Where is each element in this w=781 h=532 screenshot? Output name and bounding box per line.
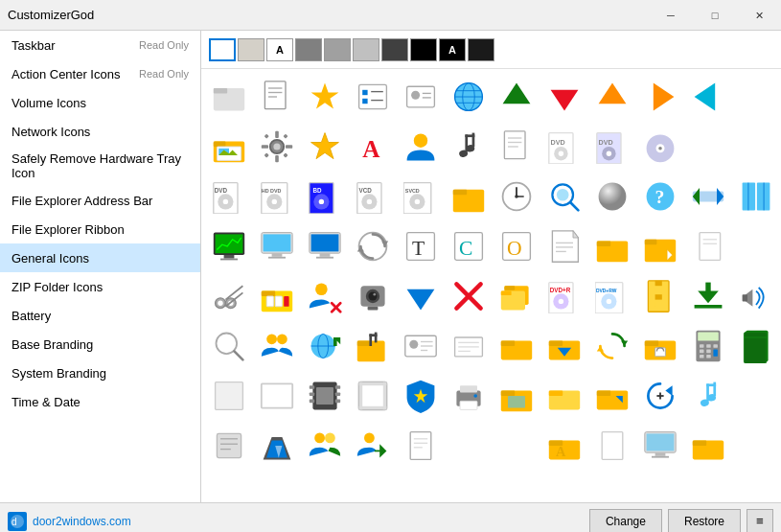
menu-button[interactable]: ≡	[747, 509, 773, 533]
color-swatch-black[interactable]	[410, 38, 437, 61]
icon-cell[interactable]: ?	[636, 173, 684, 220]
maximize-button[interactable]: □	[693, 0, 737, 31]
icon-cell[interactable]	[493, 272, 540, 320]
icon-cell[interactable]	[445, 372, 493, 420]
icon-cell[interactable]	[493, 372, 540, 420]
icon-cell[interactable]	[636, 322, 684, 370]
icon-cell[interactable]	[684, 222, 732, 270]
icon-cell[interactable]	[349, 422, 397, 470]
icon-cell[interactable]	[301, 123, 349, 171]
restore-button[interactable]: Restore	[668, 509, 741, 533]
icon-cell[interactable]	[636, 272, 684, 320]
icon-cell[interactable]	[397, 272, 445, 320]
icon-cell[interactable]: O	[493, 222, 540, 270]
color-swatch-text-a[interactable]: A	[266, 38, 293, 61]
sidebar-item-network-icons[interactable]: Network Icons	[0, 117, 200, 146]
sidebar-item-volume-icons[interactable]: Volume Icons	[0, 88, 200, 117]
change-button[interactable]: Change	[589, 509, 662, 533]
icon-cell[interactable]	[493, 73, 540, 121]
icon-cell[interactable]	[349, 372, 397, 420]
sidebar-item-file-explorer-address[interactable]: File Explorer Address Bar	[0, 186, 200, 215]
sidebar-item-taskbar[interactable]: TaskbarRead Only	[0, 31, 200, 59]
icon-cell[interactable]	[253, 222, 301, 270]
minimize-button[interactable]: ─	[649, 0, 693, 31]
icon-cell[interactable]	[301, 73, 349, 121]
icon-cell[interactable]	[684, 272, 732, 320]
icon-cell[interactable]	[301, 372, 349, 420]
sidebar-item-system-branding[interactable]: System Branding	[0, 359, 200, 387]
icon-cell[interactable]	[253, 372, 301, 420]
icon-cell[interactable]	[684, 73, 732, 121]
icon-grid[interactable]: A DVD DVD	[201, 69, 781, 502]
icon-cell[interactable]: DVD	[540, 123, 588, 171]
sidebar-item-action-center-icons[interactable]: Action Center IconsRead Only	[0, 59, 200, 88]
icon-cell[interactable]	[732, 322, 780, 370]
color-swatch-dark-gray[interactable]	[381, 38, 408, 61]
icon-cell[interactable]	[397, 123, 445, 171]
icon-cell[interactable]: DVD	[205, 173, 253, 220]
sidebar-item-zip-folder-icons[interactable]: ZIP Folder Icons	[0, 272, 200, 301]
icon-cell[interactable]	[588, 173, 636, 220]
icon-cell[interactable]	[636, 372, 684, 420]
icon-cell[interactable]: A	[349, 123, 397, 171]
icon-cell[interactable]	[636, 422, 684, 470]
icon-cell[interactable]	[301, 322, 349, 370]
icon-cell[interactable]	[684, 322, 732, 370]
icon-cell[interactable]	[636, 222, 684, 270]
icon-cell[interactable]: T	[397, 222, 445, 270]
icon-cell[interactable]	[397, 372, 445, 420]
sidebar-item-file-explorer-ribbon[interactable]: File Explorer Ribbon	[0, 215, 200, 243]
icon-cell[interactable]	[588, 322, 636, 370]
close-button[interactable]: ✕	[737, 0, 781, 31]
icon-cell[interactable]	[349, 272, 397, 320]
sidebar-item-safely-remove[interactable]: Safely Remove Hardware Tray Icon	[0, 146, 200, 186]
icon-cell[interactable]: SVCD	[397, 173, 445, 220]
icon-cell[interactable]	[493, 322, 540, 370]
icon-cell[interactable]	[445, 272, 493, 320]
icon-cell[interactable]	[205, 422, 253, 470]
icon-cell[interactable]	[253, 272, 301, 320]
icon-cell[interactable]	[349, 322, 397, 370]
icon-cell[interactable]	[349, 73, 397, 121]
color-swatch-gray2[interactable]	[324, 38, 351, 61]
icon-cell[interactable]	[732, 272, 780, 320]
icon-cell[interactable]: A	[540, 422, 588, 470]
icon-cell[interactable]	[493, 173, 540, 220]
icon-cell[interactable]	[397, 322, 445, 370]
icon-cell[interactable]	[588, 372, 636, 420]
icon-cell[interactable]	[205, 123, 253, 171]
icon-cell[interactable]: C	[445, 222, 493, 270]
icon-cell[interactable]	[588, 222, 636, 270]
sidebar-item-time-date[interactable]: Time & Date	[0, 387, 200, 416]
icon-cell[interactable]	[684, 422, 732, 470]
icon-cell[interactable]	[445, 123, 493, 171]
icon-cell[interactable]	[253, 422, 301, 470]
sidebar-item-battery[interactable]: Battery	[0, 301, 200, 330]
icon-cell[interactable]	[301, 222, 349, 270]
icon-cell[interactable]	[205, 322, 253, 370]
icon-cell[interactable]	[636, 123, 684, 171]
icon-cell[interactable]	[205, 73, 253, 121]
icon-cell[interactable]	[301, 272, 349, 320]
icon-cell[interactable]	[493, 123, 540, 171]
icon-cell[interactable]	[253, 322, 301, 370]
icon-cell[interactable]: VCD	[349, 173, 397, 220]
icon-cell[interactable]	[636, 73, 684, 121]
icon-cell[interactable]	[732, 173, 780, 220]
icon-cell[interactable]	[540, 73, 588, 121]
icon-cell[interactable]	[540, 173, 588, 220]
color-swatch-gray1[interactable]	[295, 38, 322, 61]
icon-cell[interactable]	[540, 222, 588, 270]
icon-cell[interactable]	[205, 372, 253, 420]
icon-cell[interactable]: DVD	[588, 123, 636, 171]
icon-cell[interactable]	[445, 322, 493, 370]
color-swatch-text-a-dark[interactable]: A	[439, 38, 466, 61]
icon-cell[interactable]	[397, 73, 445, 121]
icon-cell[interactable]	[205, 222, 253, 270]
icon-cell[interactable]	[588, 73, 636, 121]
website-link[interactable]: door2windows.com	[33, 515, 131, 528]
icon-cell[interactable]	[445, 173, 493, 220]
icon-cell[interactable]	[445, 73, 493, 121]
icon-cell[interactable]	[540, 322, 588, 370]
icon-cell[interactable]: HD DVD	[253, 173, 301, 220]
